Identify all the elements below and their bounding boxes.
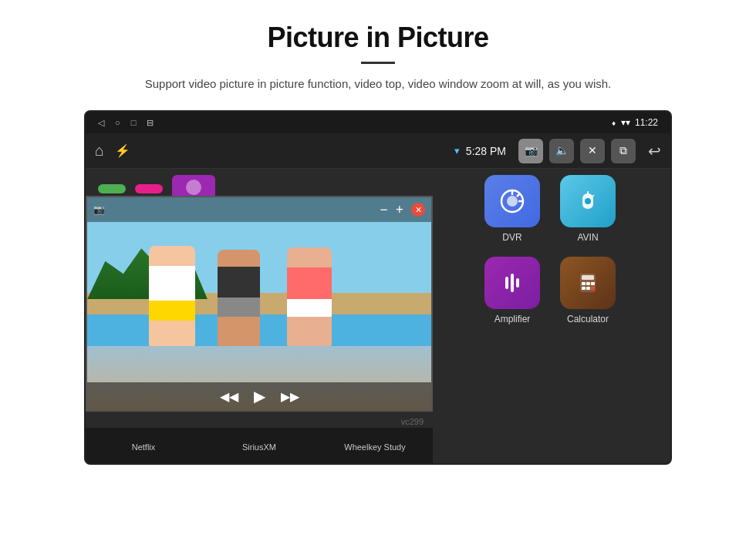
app-row-2: Amplifier bbox=[436, 257, 664, 324]
volume-button[interactable]: 🔈 bbox=[549, 139, 574, 163]
person-1 bbox=[149, 246, 195, 346]
close-icon: ✕ bbox=[588, 144, 597, 157]
pip-top-right: − + ✕ bbox=[380, 202, 425, 218]
rewind-button[interactable]: ◀◀ bbox=[220, 389, 238, 404]
status-time: 11:22 bbox=[635, 117, 658, 128]
person-3 bbox=[287, 247, 332, 346]
page-wrapper: Picture in Picture Support video picture… bbox=[0, 0, 756, 465]
pip-close-icon: ✕ bbox=[415, 205, 422, 215]
netflix-label: Netflix bbox=[86, 442, 201, 452]
avin-label: AVIN bbox=[577, 232, 598, 243]
wheelkey-label: Wheelkey Study bbox=[317, 442, 433, 452]
amplifier-icon bbox=[484, 257, 540, 309]
green-app-btn[interactable] bbox=[98, 184, 126, 193]
svg-rect-13 bbox=[591, 287, 595, 290]
pip-controls-bar: 📷 − + ✕ bbox=[87, 197, 431, 222]
calculator-label: Calculator bbox=[567, 314, 609, 324]
back-nav-icon[interactable]: ◁ bbox=[98, 118, 104, 128]
forward-button[interactable]: ▶▶ bbox=[281, 389, 299, 404]
svg-point-2 bbox=[585, 198, 591, 204]
status-bar-right: ⬧ ▾▾ 11:22 bbox=[611, 117, 658, 128]
svg-rect-3 bbox=[505, 277, 508, 289]
dvr-icon bbox=[484, 175, 540, 227]
pip-button[interactable]: ⧉ bbox=[611, 139, 636, 163]
watermark: vc299 bbox=[401, 417, 424, 426]
status-bar-left: ◁ ○ □ ⊟ bbox=[98, 118, 154, 128]
title-divider bbox=[361, 62, 395, 64]
svg-rect-9 bbox=[586, 282, 590, 285]
app-area: 📷 − + ✕ ◀◀ ▶ ▶▶ Netflix bbox=[86, 169, 670, 465]
recents-nav-icon[interactable]: □ bbox=[131, 118, 137, 127]
location-icon: ⬧ bbox=[611, 117, 616, 128]
svg-rect-4 bbox=[511, 274, 514, 292]
calculator-icon bbox=[560, 257, 616, 309]
svg-point-1 bbox=[507, 196, 518, 207]
nav-right: ▾ 5:28 PM 📷 🔈 ✕ ⧉ ↩ bbox=[454, 139, 661, 163]
nav-bar: ⌂ ⚡ ▾ 5:28 PM 📷 🔈 ✕ ⧉ ↩ bbox=[86, 133, 670, 169]
avin-icon bbox=[560, 175, 616, 227]
volume-icon: 🔈 bbox=[555, 144, 569, 157]
menu-nav-icon[interactable]: ⊟ bbox=[147, 118, 154, 128]
close-button[interactable]: ✕ bbox=[580, 139, 605, 163]
amplifier-app-tile[interactable]: Amplifier bbox=[478, 257, 546, 324]
dvr-app-tile[interactable]: DVR bbox=[478, 175, 546, 243]
amplifier-label: Amplifier bbox=[494, 314, 531, 324]
usb-icon[interactable]: ⚡ bbox=[115, 143, 130, 158]
pip-plus-button[interactable]: + bbox=[396, 202, 403, 218]
status-bar: ◁ ○ □ ⊟ ⬧ ▾▾ 11:22 bbox=[86, 112, 670, 133]
page-subtitle: Support video picture in picture functio… bbox=[145, 75, 611, 93]
svg-rect-11 bbox=[582, 287, 586, 290]
svg-rect-10 bbox=[591, 282, 595, 285]
play-button[interactable]: ▶ bbox=[254, 387, 265, 405]
app-icons-area: DVR AVIN bbox=[430, 169, 670, 465]
pip-media-controls: ◀◀ ▶ ▶▶ bbox=[87, 382, 431, 410]
pip-minus-button[interactable]: − bbox=[380, 202, 387, 218]
home-icon[interactable]: ⌂ bbox=[95, 142, 104, 160]
nav-left: ⌂ ⚡ bbox=[95, 142, 130, 160]
home-nav-icon[interactable]: ○ bbox=[115, 118, 120, 127]
wifi-icon: ▾▾ bbox=[621, 117, 630, 128]
pip-icon: ⧉ bbox=[619, 145, 627, 157]
pink-app-btn[interactable] bbox=[135, 184, 163, 193]
wifi-signal-icon: ▾ bbox=[454, 145, 460, 157]
camera-button[interactable]: 📷 bbox=[518, 139, 543, 163]
pip-video[interactable]: 📷 − + ✕ ◀◀ ▶ ▶▶ bbox=[86, 196, 433, 412]
device-frame: ◁ ○ □ ⊟ ⬧ ▾▾ 11:22 ⌂ ⚡ ▾ 5:28 PM 📷 bbox=[84, 110, 672, 465]
camera-icon: 📷 bbox=[525, 144, 538, 157]
bottom-labels-row: Netflix SiriusXM Wheelkey Study bbox=[86, 428, 433, 465]
nav-time: 5:28 PM bbox=[466, 145, 506, 157]
avin-app-tile[interactable]: AVIN bbox=[554, 175, 622, 243]
svg-rect-12 bbox=[586, 287, 590, 290]
dvr-label: DVR bbox=[502, 232, 521, 243]
pip-camera-icon: 📷 bbox=[93, 204, 105, 216]
svg-rect-5 bbox=[516, 278, 519, 287]
app-row-1: DVR AVIN bbox=[436, 175, 664, 243]
pip-close-button[interactable]: ✕ bbox=[411, 203, 425, 217]
svg-rect-7 bbox=[582, 275, 594, 280]
page-title: Picture in Picture bbox=[267, 22, 488, 54]
person-2 bbox=[218, 250, 260, 346]
siriusxm-label: SiriusXM bbox=[201, 442, 317, 452]
svg-rect-8 bbox=[582, 282, 586, 285]
calculator-app-tile[interactable]: Calculator bbox=[554, 257, 622, 324]
undo-icon[interactable]: ↩ bbox=[648, 142, 661, 160]
